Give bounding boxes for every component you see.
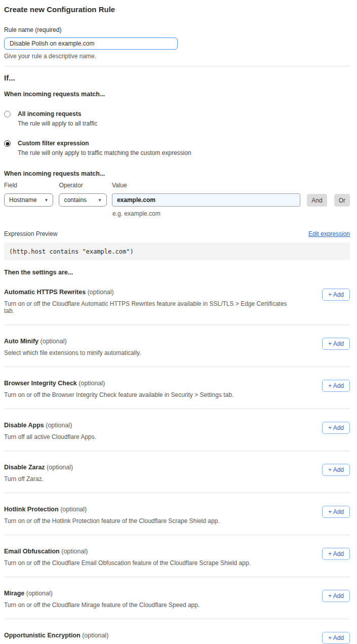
then-settings-heading: Then the settings are... <box>4 269 350 276</box>
add-button[interactable]: + Add <box>322 380 350 392</box>
builder-heading: When incoming requests match... <box>4 170 350 177</box>
rule-name-helper: Give your rule a descriptive name. <box>4 53 350 60</box>
add-button[interactable]: + Add <box>322 506 350 518</box>
chevron-down-icon: ▼ <box>44 198 48 203</box>
add-button[interactable]: + Add <box>322 289 350 301</box>
setting-description: Turn off Zaraz. <box>4 475 73 482</box>
match-heading: When incoming requests match... <box>4 91 350 98</box>
setting-optional: (optional) <box>41 338 67 345</box>
setting-optional: (optional) <box>60 506 87 513</box>
setting-title: Mirage (optional) <box>4 590 200 597</box>
setting-row: Email Obfuscation (optional) Turn on or … <box>4 535 350 577</box>
field-select-value: Hostname <box>9 196 37 204</box>
settings-list: Automatic HTTPS Rewrites (optional) Turn… <box>4 276 350 644</box>
radio-button[interactable] <box>4 140 11 147</box>
operator-select-value: contains <box>64 196 87 204</box>
setting-optional: (optional) <box>82 632 108 639</box>
expression-builder-row: Field Hostname ▼ Operator contains ▼ Val… <box>4 182 350 207</box>
setting-title-text: Disable Zaraz <box>4 464 45 471</box>
setting-row: Disable Apps (optional) Turn off all act… <box>4 409 350 451</box>
setting-optional: (optional) <box>26 590 53 597</box>
setting-description: Turn on or off the Hotlink Protection fe… <box>4 517 220 525</box>
setting-title-text: Browser Integrity Check <box>4 380 77 387</box>
setting-description: Turn off all active Cloudflare Apps. <box>4 433 96 440</box>
expression-preview-code: (http.host contains "example.com") <box>4 243 350 260</box>
setting-description: Turn on or off the Cloudflare Email Obfu… <box>4 559 251 567</box>
and-button[interactable]: And <box>307 194 327 207</box>
add-button[interactable]: + Add <box>322 632 350 644</box>
setting-title: Hotlink Protection (optional) <box>4 506 220 513</box>
setting-title-text: Hotlink Protection <box>4 506 59 513</box>
rule-name-label: Rule name (required) <box>4 26 350 33</box>
setting-row: Mirage (optional) Turn on or off the Clo… <box>4 577 350 619</box>
setting-description: Select which file extensions to minify a… <box>4 349 141 356</box>
operator-select[interactable]: contains ▼ <box>59 193 107 207</box>
value-label: Value <box>112 182 300 189</box>
radio-option-custom-expression[interactable]: Custom filter expression The rule will o… <box>4 140 350 156</box>
setting-row: Disable Zaraz (optional) Turn off Zaraz.… <box>4 451 350 493</box>
setting-title-text: Disable Apps <box>4 422 44 429</box>
setting-description: Turn on or off the Cloudflare Mirage fea… <box>4 601 200 609</box>
if-heading: If... <box>4 73 350 82</box>
setting-title: Disable Zaraz (optional) <box>4 464 73 471</box>
setting-title-text: Auto Minify <box>4 338 38 345</box>
radio-option-label: Custom filter expression <box>18 140 191 147</box>
setting-optional: (optional) <box>61 548 88 555</box>
setting-row: Opportunistic Encryption (optional) Turn… <box>4 619 350 644</box>
setting-title: Automatic HTTPS Rewrites (optional) <box>4 289 288 296</box>
setting-description: Turn on or off the Browser Integrity Che… <box>4 391 233 398</box>
add-button[interactable]: + Add <box>322 338 350 350</box>
add-button[interactable]: + Add <box>322 548 350 560</box>
setting-title-text: Email Obfuscation <box>4 548 60 555</box>
radio-option-label: All incoming requests <box>18 110 97 117</box>
add-button[interactable]: + Add <box>322 590 350 602</box>
setting-optional: (optional) <box>46 422 72 429</box>
radio-option-description: The rule will only apply to traffic matc… <box>18 149 191 156</box>
setting-title-text: Opportunistic Encryption <box>4 632 81 639</box>
setting-optional: (optional) <box>78 380 105 387</box>
expression-preview-header: Expression Preview Edit expression <box>4 230 350 237</box>
setting-title-text: Mirage <box>4 590 24 597</box>
setting-title: Email Obfuscation (optional) <box>4 548 251 555</box>
setting-title: Browser Integrity Check (optional) <box>4 380 233 387</box>
setting-row: Browser Integrity Check (optional) Turn … <box>4 367 350 409</box>
page-title: Create new Configuration Rule <box>4 5 350 14</box>
section-divider <box>4 66 350 66</box>
chevron-down-icon: ▼ <box>98 198 102 203</box>
edit-expression-link[interactable]: Edit expression <box>308 230 350 237</box>
expression-preview-label: Expression Preview <box>4 230 57 237</box>
setting-optional: (optional) <box>47 464 73 471</box>
field-label: Field <box>4 182 53 189</box>
setting-title: Auto Minify (optional) <box>4 338 141 345</box>
setting-optional: (optional) <box>88 289 114 296</box>
add-button[interactable]: + Add <box>322 464 350 476</box>
setting-row: Hotlink Protection (optional) Turn on or… <box>4 493 350 535</box>
setting-description: Turn on or off the Cloudflare Automatic … <box>4 300 288 314</box>
setting-title: Disable Apps (optional) <box>4 422 96 429</box>
operator-label: Operator <box>59 182 107 189</box>
radio-button[interactable] <box>4 111 11 117</box>
add-button[interactable]: + Add <box>322 422 350 434</box>
rule-name-input[interactable] <box>4 37 178 50</box>
value-hint: e.g. example.com <box>112 210 350 217</box>
setting-row: Automatic HTTPS Rewrites (optional) Turn… <box>4 276 350 325</box>
value-input[interactable] <box>112 193 300 207</box>
create-configuration-rule-form: Create new Configuration Rule Rule name … <box>0 0 357 644</box>
radio-option-all-requests[interactable]: All incoming requests The rule will appl… <box>4 110 350 127</box>
setting-title: Opportunistic Encryption (optional) <box>4 632 288 639</box>
or-button[interactable]: Or <box>334 194 350 207</box>
setting-title-text: Automatic HTTPS Rewrites <box>4 289 86 296</box>
field-select[interactable]: Hostname ▼ <box>4 193 53 207</box>
setting-row: Auto Minify (optional) Select which file… <box>4 325 350 367</box>
radio-option-description: The rule will apply to all traffic <box>18 120 97 127</box>
